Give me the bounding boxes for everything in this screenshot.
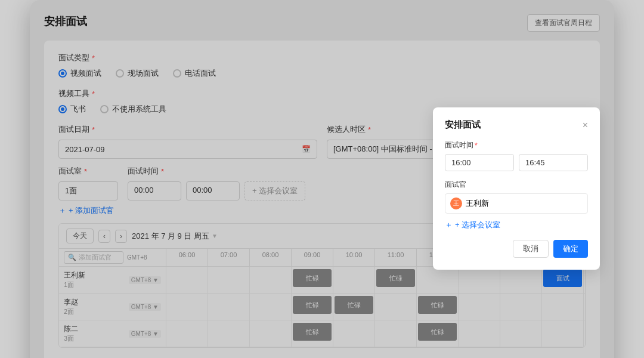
modal-header: 安排面试 × (445, 119, 588, 131)
modal-end-time[interactable]: 16:45 (519, 154, 588, 171)
modal-close-button[interactable]: × (583, 120, 588, 131)
modal-confirm-button[interactable]: 确定 (553, 240, 588, 258)
modal-time-row: 16:00 16:45 (445, 154, 588, 171)
modal-cancel-button[interactable]: 取消 (513, 240, 549, 258)
modal-time-label: 面试时间 * (445, 140, 588, 150)
add-room-plus-icon: ＋ (445, 220, 453, 230)
interviewer-name: 王利新 (466, 198, 489, 209)
modal-overlay: 安排面试 × 面试时间 * 16:00 16:45 面试官 王 王利新 ＋ + … (30, 0, 614, 358)
modal-title: 安排面试 (445, 119, 481, 131)
avatar: 王 (450, 197, 462, 209)
modal-interviewer-label: 面试官 (445, 180, 588, 190)
main-container: 安排面试 查看面试官周日程 面试类型 * 视频面试 现场面试 电话面试 (30, 0, 614, 358)
modal-start-time[interactable]: 16:00 (445, 154, 514, 171)
modal-interviewer: 王 王利新 (445, 193, 588, 214)
modal-box: 安排面试 × 面试时间 * 16:00 16:45 面试官 王 王利新 ＋ + … (433, 107, 600, 270)
modal-actions: 取消 确定 (445, 240, 588, 258)
add-room-modal-link[interactable]: ＋ + 选择会议室 (445, 220, 588, 230)
